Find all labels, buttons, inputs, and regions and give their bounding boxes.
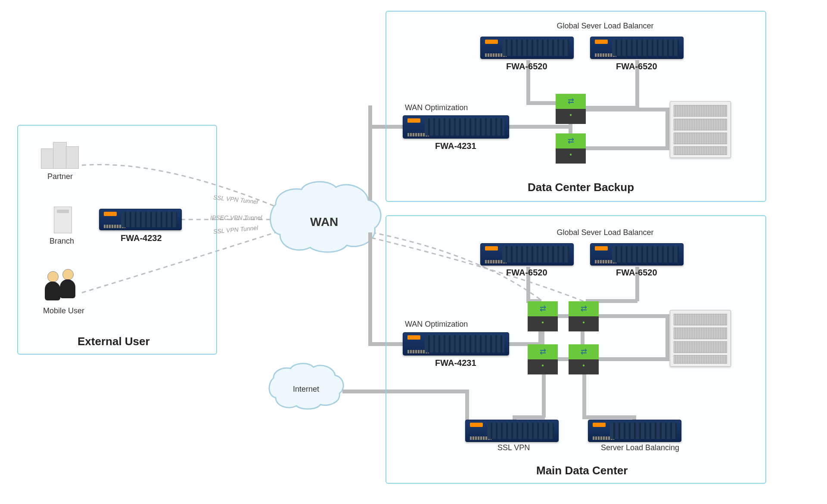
- backup-wanopt: [403, 115, 509, 139]
- main-switch-2: [569, 301, 599, 331]
- main-gslb2: [590, 243, 684, 266]
- main-wanopt: [403, 332, 509, 356]
- tunnel-label-1: SSL VPN Tunnel: [213, 194, 258, 205]
- tunnel-label-3: SSL VPN Tunnel: [213, 224, 258, 235]
- main-sslvpn: [465, 420, 559, 442]
- main-gslb-title: Global Sever Load Balancer: [541, 228, 670, 237]
- mobile-user-icon: [43, 269, 82, 303]
- zone-title-main: Main Data Center: [536, 464, 628, 477]
- backup-gslb2-label: FWA-6520: [616, 62, 657, 71]
- main-switch-1: [528, 301, 558, 331]
- zone-title-backup: Data Center Backup: [528, 181, 634, 194]
- main-slb: [588, 420, 681, 442]
- backup-rack: [670, 101, 731, 158]
- internet-label: Internet: [293, 385, 319, 394]
- main-switch-4: [569, 344, 599, 374]
- backup-gslb-title: Global Sever Load Balancer: [541, 22, 670, 31]
- backup-switch-1: [556, 94, 586, 124]
- appliance-fwa4232-label: FWA-4232: [121, 233, 162, 243]
- backup-switch-2: [556, 133, 586, 164]
- pipe: [368, 232, 372, 344]
- backup-gslb2: [590, 37, 684, 59]
- branch-icon: [54, 207, 72, 233]
- main-gslb2-label: FWA-6520: [616, 268, 657, 278]
- main-rack: [670, 310, 731, 367]
- main-gslb1-label: FWA-6520: [506, 268, 547, 278]
- backup-wanopt-label: FWA-4231: [435, 141, 476, 151]
- partner-label: Partner: [47, 172, 73, 181]
- main-gslb1: [480, 243, 574, 266]
- main-wanopt-label: FWA-4231: [435, 358, 476, 368]
- pipe: [368, 105, 372, 200]
- main-sslvpn-label: SSL VPN: [497, 443, 530, 452]
- zone-title-external: External User: [78, 335, 150, 348]
- branch-label: Branch: [50, 237, 74, 246]
- appliance-fwa4232: [99, 209, 182, 230]
- mobile-user-label: Mobile User: [43, 306, 84, 315]
- backup-wanopt-title: WAN Optimization: [405, 103, 468, 112]
- backup-gslb1: [480, 37, 574, 59]
- partner-icon: [41, 138, 80, 168]
- main-wanopt-title: WAN Optimization: [405, 320, 468, 329]
- backup-gslb1-label: FWA-6520: [506, 62, 547, 71]
- wan-label: WAN: [310, 215, 338, 229]
- main-switch-3: [528, 344, 558, 374]
- main-slb-label: Server Load Balancing: [601, 443, 679, 452]
- tunnel-label-2: IPSEC VPN Tunnel: [210, 214, 262, 221]
